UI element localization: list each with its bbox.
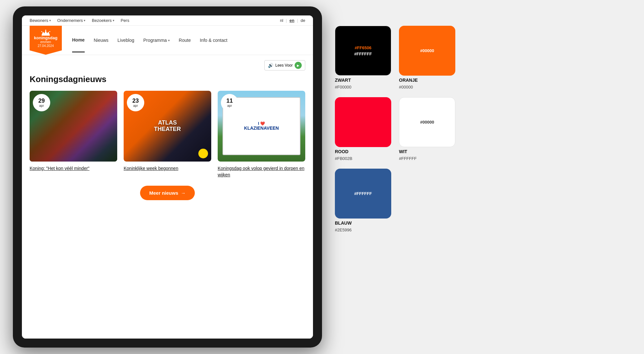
- nav-info-contact[interactable]: Info & contact: [200, 29, 227, 52]
- chevron-icon: ▾: [168, 39, 170, 42]
- news-section: Koningsdagnieuws ∿ 29 apr: [30, 74, 305, 200]
- site-logo[interactable]: koningsdag emmen 27.04.2024: [30, 26, 62, 55]
- news-card: 23 apr ATLASTHEATER Koninklijke week beg…: [124, 91, 211, 178]
- color-name-zwart: ZWART: [335, 78, 391, 83]
- swatch-inner-label: #00000: [420, 48, 434, 53]
- swatch-inner-label-2: #FFFFFF: [354, 51, 372, 56]
- color-hex-zwart: #F00000: [335, 85, 391, 89]
- news-card-image: 29 apr: [30, 91, 117, 162]
- color-hex-oranje: #00000: [399, 85, 455, 89]
- news-card-image: 23 apr ATLASTHEATER: [124, 91, 211, 162]
- color-swatch-wrap-blauw: #FFFFFF BLAUW #2E5996: [335, 169, 391, 232]
- tablet-screen: Bewoners ▾ Ondernemers ▾ Bezoekers ▾ Per…: [22, 15, 313, 339]
- color-hex-rood: #FB002B: [335, 156, 391, 161]
- date-month: apr: [39, 104, 44, 107]
- color-swatch-wrap-oranje: #00000 ORANJE #00000: [399, 26, 455, 89]
- lang-de[interactable]: de: [301, 18, 305, 23]
- meer-nieuws-label: Meer nieuws: [149, 190, 178, 196]
- lees-voor-button[interactable]: 🔊 Lees Voor ▶: [264, 60, 305, 70]
- logo-text-sub: emmen: [40, 40, 51, 44]
- date-day: 11: [226, 98, 233, 104]
- date-day: 29: [38, 98, 45, 104]
- speaker-icon: 🔊: [268, 63, 273, 68]
- color-palette-panel: #FF6506 #FFFFFF ZWART #F00000 #00000 ORA…: [335, 19, 631, 247]
- color-hex-wit: #FFFFFF: [399, 156, 455, 161]
- swatch-inner-label: #FFFFFF: [354, 191, 372, 196]
- color-swatch-blauw: #FFFFFF: [335, 169, 391, 219]
- tablet-device: Bewoners ▾ Ondernemers ▾ Bezoekers ▾ Per…: [13, 6, 322, 348]
- lang-nl[interactable]: nl: [280, 18, 283, 23]
- nav-bezoekers[interactable]: Bezoekers ▾: [92, 18, 114, 23]
- color-swatch-wrap-rood: ROOD #FB002B: [335, 97, 391, 161]
- color-name-oranje: ORANJE: [399, 78, 455, 83]
- color-swatch-rood: [335, 97, 391, 147]
- color-row-2: ROOD #FB002B #00000 WIT #FFFFFF: [335, 97, 631, 161]
- date-badge: 23 apr: [127, 94, 144, 111]
- accessibility-bar: 🔊 Lees Voor ▶: [30, 60, 305, 70]
- language-switcher: nl | en | de: [280, 18, 305, 23]
- news-card-image: 11 apr I ❤️KLAZIENAVEEN: [218, 91, 305, 162]
- play-icon: ▶: [295, 62, 302, 69]
- top-bar: Bewoners ▾ Ondernemers ▾ Bezoekers ▾ Per…: [22, 15, 313, 26]
- date-badge: 29 apr: [33, 94, 50, 111]
- main-navigation: Home Nieuws Liveblog Programma ▾ Route I…: [72, 28, 305, 52]
- color-name-wit: WIT: [399, 149, 455, 154]
- svg-point-1: [41, 31, 42, 32]
- color-row-1: #FF6506 #FFFFFF ZWART #F00000 #00000 ORA…: [335, 26, 631, 89]
- date-badge: 11 apr: [221, 94, 238, 111]
- color-hex-blauw: #2E5996: [335, 228, 391, 232]
- svg-point-0: [45, 30, 46, 31]
- date-month: apr: [133, 104, 138, 107]
- color-swatch-wrap-wit: #00000 WIT #FFFFFF: [399, 97, 455, 161]
- news-grid: 29 apr Koning: "Het kon véél minder": [30, 91, 305, 178]
- color-swatch-zwart: #FF6506 #FFFFFF: [335, 26, 391, 76]
- nav-programma[interactable]: Programma ▾: [143, 29, 170, 52]
- news-card-link[interactable]: Koning: "Het kon véél minder": [30, 165, 117, 172]
- color-swatch-wrap-zwart: #FF6506 #FFFFFF ZWART #F00000: [335, 26, 391, 89]
- color-row-3: #FFFFFF BLAUW #2E5996: [335, 169, 631, 232]
- meer-nieuws-button[interactable]: Meer nieuws →: [140, 186, 194, 200]
- news-card: 29 apr Koning: "Het kon véél minder": [30, 91, 117, 178]
- color-swatch-wit: #00000: [399, 97, 455, 147]
- arrow-icon: →: [181, 190, 186, 196]
- nav-liveblog[interactable]: Liveblog: [118, 29, 134, 52]
- nav-nieuws[interactable]: Nieuws: [94, 29, 109, 52]
- lees-voor-label: Lees Voor: [275, 63, 293, 68]
- nav-route[interactable]: Route: [179, 29, 191, 52]
- chevron-icon: ▾: [49, 19, 51, 22]
- color-name-rood: ROOD: [335, 149, 391, 154]
- nav-pers[interactable]: Pers: [121, 18, 129, 23]
- logo-text-main: koningsdag: [34, 36, 58, 40]
- lang-en[interactable]: en: [289, 18, 294, 23]
- svg-point-2: [49, 31, 50, 32]
- news-card-link[interactable]: Koninklijke week begonnen: [124, 165, 211, 172]
- chevron-icon: ▾: [84, 19, 85, 22]
- crown-icon: [41, 29, 50, 36]
- logo-text-date: 27.04.2024: [38, 44, 54, 48]
- news-card: 11 apr I ❤️KLAZIENAVEEN Koningsdag ook v…: [218, 91, 305, 178]
- meer-nieuws-wrapper: Meer nieuws →: [30, 186, 305, 200]
- top-navigation: Bewoners ▾ Ondernemers ▾ Bezoekers ▾ Per…: [30, 18, 129, 23]
- swatch-inner-label: #00000: [420, 120, 434, 125]
- main-header: koningsdag emmen 27.04.2024 Home Nieuws …: [22, 26, 313, 55]
- date-month: apr: [227, 104, 232, 107]
- color-name-blauw: BLAUW: [335, 220, 391, 226]
- news-card-link[interactable]: Koningsdag ook volop gevierd in dorpen e…: [218, 165, 305, 178]
- color-swatch-oranje: #00000: [399, 26, 455, 76]
- chevron-icon: ▾: [113, 19, 114, 22]
- nav-home[interactable]: Home: [72, 28, 85, 52]
- date-day: 23: [132, 98, 139, 104]
- swatch-inner-label-1: #FF6506: [355, 45, 371, 50]
- nav-bewoners[interactable]: Bewoners ▾: [30, 18, 51, 23]
- nav-ondernemers[interactable]: Ondernemers ▾: [57, 18, 85, 23]
- section-title: Koningsdagnieuws: [30, 74, 305, 84]
- main-content: 🔊 Lees Voor ▶ Koningsdagnieuws ∿ 29: [22, 55, 313, 339]
